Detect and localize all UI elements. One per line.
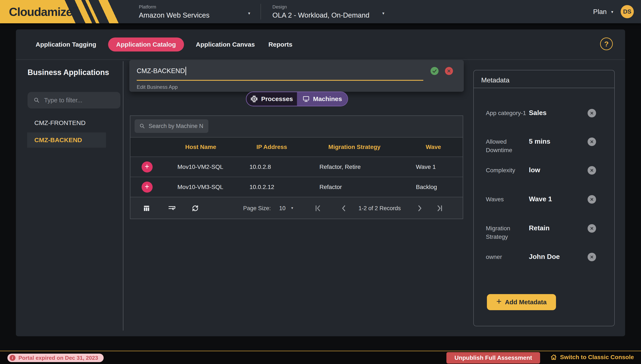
table-row: + Mov10-VM3-SQL 10.0.2.12 Refactor Backl… xyxy=(130,177,463,197)
column-wave: Wave xyxy=(403,144,464,150)
text-cursor xyxy=(186,67,186,75)
next-page-icon[interactable] xyxy=(415,204,424,212)
sidebar-item-cmz-frontend[interactable]: CMZ-FRONTEND xyxy=(34,119,86,126)
design-caret-icon[interactable]: ▼ xyxy=(382,12,385,16)
metadata-key: owner xyxy=(486,253,529,261)
columns-icon[interactable] xyxy=(142,204,151,213)
cell-host-name: Mov10-VM3-SQL xyxy=(164,184,238,190)
cell-migration-strategy: Refactor, Retire xyxy=(306,164,403,170)
machine-search-input[interactable] xyxy=(149,123,206,130)
close-icon xyxy=(590,197,594,202)
close-icon xyxy=(590,226,594,230)
platform-label: Platform xyxy=(139,4,209,10)
sidebar-item-label: CMZ-BACKEND xyxy=(34,136,82,144)
tab-application-catalog[interactable]: Application Catalog xyxy=(108,38,184,52)
design-selector[interactable]: Design OLA 2 - Workload, On-Demand xyxy=(272,0,369,23)
column-ip-address: IP Address xyxy=(238,144,306,150)
tab-reports[interactable]: Reports xyxy=(267,38,294,52)
filter-input[interactable] xyxy=(44,97,114,104)
remove-metadata-button[interactable] xyxy=(587,109,596,118)
metadata-key: App category-1 xyxy=(486,109,529,118)
confirm-button[interactable] xyxy=(430,67,439,75)
chip-icon xyxy=(251,95,258,102)
last-page-icon[interactable] xyxy=(435,204,444,212)
column-migration-strategy: Migration Strategy xyxy=(306,144,403,150)
switch-to-classic-console-link[interactable]: Switch to Classic Console xyxy=(550,354,634,360)
expand-row-button[interactable]: + xyxy=(142,162,153,172)
cancel-button[interactable] xyxy=(445,67,453,75)
metadata-title: Metadata xyxy=(481,76,509,84)
metadata-key: Complexity xyxy=(486,166,529,174)
metadata-value: 5 mins xyxy=(529,138,550,145)
cell-migration-strategy: Refactor xyxy=(306,184,403,190)
tab-application-tagging[interactable]: Application Tagging xyxy=(34,38,98,52)
metadata-divider xyxy=(474,88,614,88)
close-icon xyxy=(590,111,594,115)
business-app-name-input[interactable]: CMZ-BACKEND xyxy=(137,66,186,76)
home-icon xyxy=(550,354,557,360)
sidebar-divider xyxy=(123,61,123,330)
toggle-machines[interactable]: Machines xyxy=(297,92,347,106)
metadata-panel: Metadata App category-1 Sales Allowed Do… xyxy=(473,70,615,326)
tab-bar-divider xyxy=(16,60,625,60)
cell-host-name: Mov10-VM2-SQL xyxy=(164,164,238,170)
close-icon xyxy=(590,255,594,259)
plus-icon: + xyxy=(145,162,149,171)
metadata-key: Allowed Downtime xyxy=(486,138,529,154)
platform-caret-icon[interactable]: ▼ xyxy=(247,12,251,16)
column-host-name: Host Name xyxy=(164,144,238,150)
cell-ip-address: 10.0.2.8 xyxy=(238,164,306,170)
table-search-bar xyxy=(130,116,463,137)
main-content-card: Application Tagging Application Catalog … xyxy=(16,30,625,336)
expand-row-button[interactable]: + xyxy=(142,182,153,192)
page-size-value[interactable]: 10 xyxy=(279,205,286,212)
remove-metadata-button[interactable] xyxy=(587,138,596,146)
refresh-icon[interactable] xyxy=(191,204,200,213)
plan-menu[interactable]: Plan xyxy=(593,8,607,16)
info-icon: i xyxy=(10,355,16,361)
help-button[interactable]: ? xyxy=(600,38,613,50)
remove-metadata-button[interactable] xyxy=(587,195,596,204)
close-icon xyxy=(590,140,594,144)
input-underline xyxy=(137,80,423,81)
user-avatar[interactable]: DS xyxy=(621,5,634,18)
previous-page-icon[interactable] xyxy=(340,204,348,212)
plus-icon: + xyxy=(145,182,149,191)
platform-selector[interactable]: Platform Amazon Web Services xyxy=(139,0,209,23)
first-page-icon[interactable] xyxy=(314,204,322,212)
design-label: Design xyxy=(272,4,369,10)
remove-metadata-button[interactable] xyxy=(587,253,596,261)
view-toggle: Processes Machines xyxy=(246,92,348,106)
monitor-icon xyxy=(302,95,310,102)
wrap-text-icon[interactable] xyxy=(167,204,177,213)
design-value: OLA 2 - Workload, On-Demand xyxy=(272,11,369,19)
edit-helper-text: Edit Business App xyxy=(137,84,178,90)
sidebar-item-cmz-backend[interactable]: CMZ-BACKEND xyxy=(27,132,106,148)
question-mark-icon: ? xyxy=(604,40,609,48)
remove-metadata-button[interactable] xyxy=(587,224,596,233)
metadata-key: Migration Strategy xyxy=(486,224,529,241)
header-divider xyxy=(261,4,261,20)
trademark-symbol: ™ xyxy=(72,6,76,11)
remove-metadata-button[interactable] xyxy=(587,166,596,174)
table-header-row: Host Name IP Address Migration Strategy … xyxy=(130,137,463,156)
tab-application-canvas[interactable]: Application Canvas xyxy=(194,38,257,52)
metadata-key: Waves xyxy=(486,195,529,204)
machines-table: Host Name IP Address Migration Strategy … xyxy=(130,116,463,219)
machine-search-field[interactable] xyxy=(135,119,208,133)
plan-caret-icon[interactable]: ▼ xyxy=(610,9,614,14)
table-footer: Page Size: 10 ▼ 1-2 of 2 Records xyxy=(130,197,463,219)
portal-expired-text: Portal expired on Dec 31, 2023 xyxy=(19,355,98,361)
toggle-processes[interactable]: Processes xyxy=(247,92,297,106)
cell-wave: Wave 1 xyxy=(403,164,464,170)
toggle-label: Processes xyxy=(261,95,293,102)
page-size-label: Page Size: xyxy=(243,205,271,212)
add-metadata-button[interactable]: + Add Metadata xyxy=(487,294,556,310)
table-row: + Mov10-VM2-SQL 10.0.2.8 Refactor, Retir… xyxy=(130,156,463,177)
page-size-caret-icon[interactable]: ▼ xyxy=(291,206,294,210)
unpublish-full-assessment-button[interactable]: Unpublish Full Assessment xyxy=(446,352,540,364)
check-icon xyxy=(432,68,437,74)
business-app-filter[interactable] xyxy=(28,92,120,108)
cell-ip-address: 10.0.2.12 xyxy=(238,184,306,190)
search-icon xyxy=(34,97,40,104)
